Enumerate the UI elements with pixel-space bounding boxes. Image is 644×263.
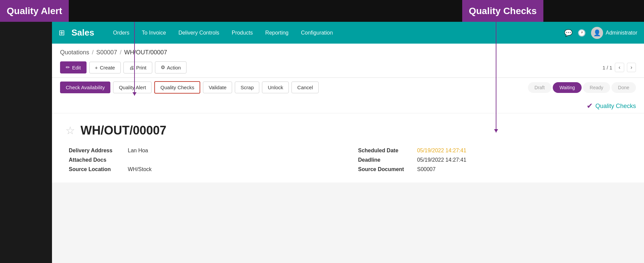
navbar-right: 💬 🕐 👤 Administrator — [564, 27, 637, 39]
breadcrumb: Quotations / S00007 / WH/OUT/00007 — [52, 44, 644, 59]
prev-button[interactable]: ‹ — [615, 63, 624, 72]
toolbar: ✏ Edit + Create 🖨 Print ⚙ Action 1 / 1 ‹… — [52, 59, 644, 78]
checkmark-icon: ✔ — [587, 102, 593, 110]
scheduled-date-value: 05/19/2022 14:27:41 — [417, 148, 467, 154]
quality-checks-link-label: Quality Checks — [595, 103, 636, 110]
nav-delivery-controls[interactable]: Delivery Controls — [173, 27, 225, 39]
quality-checks-arrow — [496, 22, 496, 133]
quality-alert-label: Quality Alert — [0, 0, 69, 22]
navbar-menu: Orders To Invoice Delivery Controls Prod… — [108, 27, 561, 39]
document-title: WH/OUT/00007 — [80, 123, 166, 138]
pagination: 1 / 1 ‹ › — [602, 63, 636, 72]
quality-checks-text: Quality Checks — [469, 6, 537, 16]
validate-button[interactable]: Validate — [203, 82, 232, 93]
action-bar: Check Availability Quality Alert Quality… — [52, 78, 644, 97]
edit-icon: ✏ — [66, 64, 70, 70]
cancel-button[interactable]: Cancel — [291, 82, 319, 93]
create-button[interactable]: + Create — [89, 62, 121, 73]
document-body: ☆ WH/OUT/00007 Delivery Address Lan Hoa … — [52, 113, 644, 182]
quality-alert-button[interactable]: Quality Alert — [113, 82, 152, 93]
status-waiting: Waiting — [553, 82, 582, 93]
nav-orders[interactable]: Orders — [108, 27, 135, 39]
breadcrumb-quotations[interactable]: Quotations — [60, 49, 89, 56]
avatar: 👤 — [591, 27, 603, 39]
gear-icon: ⚙ — [161, 64, 165, 70]
unlock-button[interactable]: Unlock — [262, 82, 289, 93]
quality-checks-link[interactable]: ✔ Quality Checks — [587, 102, 636, 110]
nav-to-invoice[interactable]: To Invoice — [137, 27, 171, 39]
source-location-value: WH/Stock — [128, 166, 152, 172]
delivery-address-label: Delivery Address — [69, 148, 122, 154]
breadcrumb-current: WH/OUT/00007 — [124, 49, 167, 56]
next-button[interactable]: › — [627, 63, 636, 72]
source-location-label: Source Location — [69, 166, 122, 172]
print-button[interactable]: 🖨 Print — [123, 62, 152, 73]
deadline-value: 05/19/2022 14:27:41 — [417, 157, 467, 163]
status-bar: Draft Waiting Ready Done — [527, 82, 636, 93]
source-document-value: S00007 — [417, 166, 436, 172]
scheduled-date-row: Scheduled Date 05/19/2022 14:27:41 — [358, 148, 628, 154]
chat-icon[interactable]: 💬 — [564, 29, 573, 37]
navbar: ⊞ Sales Orders To Invoice Delivery Contr… — [52, 22, 644, 44]
action-button[interactable]: ⚙ Action — [155, 61, 187, 73]
nav-reporting[interactable]: Reporting — [260, 27, 294, 39]
check-availability-button[interactable]: Check Availability — [60, 82, 110, 93]
edit-button[interactable]: ✏ Edit — [60, 61, 87, 73]
quality-checks-button[interactable]: Quality Checks — [154, 81, 200, 94]
document-fields: Delivery Address Lan Hoa Attached Docs S… — [65, 148, 631, 172]
scrap-button[interactable]: Scrap — [235, 82, 259, 93]
brand-label: Sales — [71, 28, 94, 38]
favorite-icon[interactable]: ☆ — [65, 124, 75, 137]
status-done: Done — [611, 82, 636, 93]
history-icon[interactable]: 🕐 — [578, 29, 586, 37]
source-document-label: Source Document — [358, 166, 412, 172]
main-content: Quotations / S00007 / WH/OUT/00007 ✏ Edi… — [52, 44, 644, 182]
quality-alert-text: Quality Alert — [7, 6, 62, 16]
app-container: ⊞ Sales Orders To Invoice Delivery Contr… — [52, 22, 644, 263]
nav-products[interactable]: Products — [226, 27, 258, 39]
status-ready: Ready — [583, 82, 610, 93]
source-location-row: Source Location WH/Stock — [69, 166, 338, 172]
plus-icon: + — [95, 65, 98, 70]
delivery-address-row: Delivery Address Lan Hoa — [69, 148, 338, 154]
deadline-label: Deadline — [358, 157, 412, 163]
nav-configuration[interactable]: Configuration — [296, 27, 338, 39]
status-draft: Draft — [528, 82, 551, 93]
user-menu[interactable]: 👤 Administrator — [591, 27, 637, 39]
scheduled-date-label: Scheduled Date — [358, 148, 412, 154]
breadcrumb-s00007[interactable]: S00007 — [96, 49, 117, 56]
quality-checks-link-bar: ✔ Quality Checks — [52, 97, 644, 113]
grid-icon[interactable]: ⊞ — [59, 29, 65, 37]
deadline-row: Deadline 05/19/2022 14:27:41 — [358, 157, 628, 163]
quality-alert-arrow — [134, 22, 135, 96]
username: Administrator — [606, 30, 637, 36]
print-icon: 🖨 — [129, 65, 134, 70]
annotation-bar: Quality Alert Quality Checks — [0, 0, 644, 22]
attached-docs-row: Attached Docs — [69, 157, 338, 163]
delivery-address-value: Lan Hoa — [128, 148, 148, 154]
quality-checks-label: Quality Checks — [462, 0, 543, 22]
attached-docs-label: Attached Docs — [69, 157, 122, 163]
source-document-row: Source Document S00007 — [358, 166, 628, 172]
right-fields: Scheduled Date 05/19/2022 14:27:41 Deadl… — [358, 148, 628, 172]
document-header: ☆ WH/OUT/00007 — [65, 123, 631, 138]
left-fields: Delivery Address Lan Hoa Attached Docs S… — [69, 148, 338, 172]
